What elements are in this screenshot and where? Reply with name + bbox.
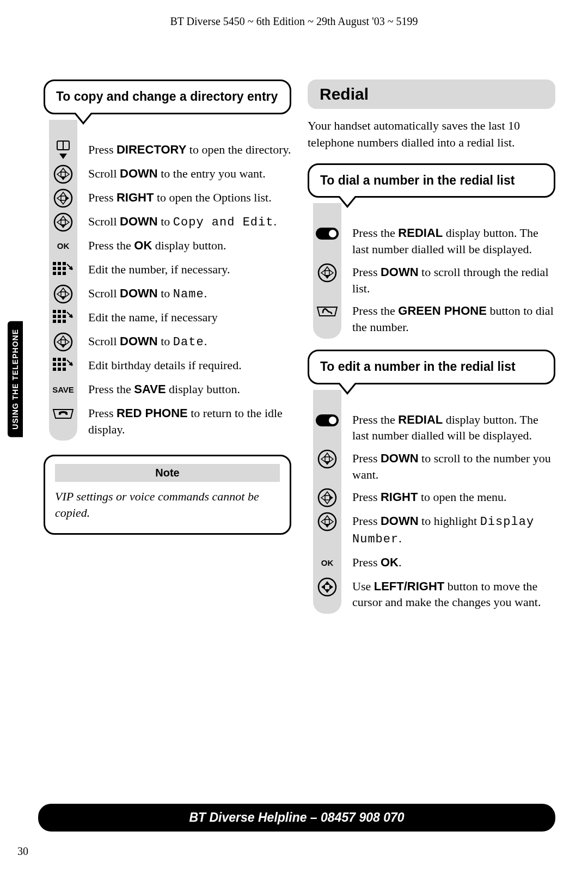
step-text: Press DOWN to scroll through the redial … bbox=[352, 264, 555, 296]
svg-rect-13 bbox=[58, 310, 61, 313]
keypad-icon bbox=[49, 355, 77, 377]
step-text: Scroll DOWN to Name. bbox=[88, 285, 291, 303]
svg-rect-25 bbox=[58, 363, 61, 366]
callout-title: To edit a number in the redial list bbox=[320, 359, 543, 375]
svg-rect-15 bbox=[53, 315, 56, 318]
svg-rect-21 bbox=[53, 358, 56, 361]
step-item: Press DOWN to highlight Display Number. bbox=[342, 510, 555, 551]
svg-rect-26 bbox=[63, 363, 66, 366]
svg-rect-19 bbox=[58, 320, 61, 323]
svg-rect-14 bbox=[63, 310, 66, 313]
nav-right-icon bbox=[313, 487, 341, 509]
svg-rect-6 bbox=[53, 267, 56, 270]
keypad-icon bbox=[49, 259, 77, 281]
green-phone-icon bbox=[313, 301, 341, 322]
book-down-icon bbox=[49, 139, 77, 161]
step-item: Press the REDIAL display button. The las… bbox=[342, 408, 555, 447]
step-text: Use LEFT/RIGHT button to move the cursor… bbox=[352, 578, 555, 610]
step-text: Press OK. bbox=[352, 554, 555, 571]
callout-title: To dial a number in the redial list bbox=[320, 173, 543, 189]
step-text: Edit the number, if necessary. bbox=[88, 261, 291, 278]
step-item: OKPress the OK display button. bbox=[78, 234, 291, 258]
step-text: Press RIGHT to open the Options list. bbox=[88, 190, 291, 206]
nav-down-icon bbox=[313, 448, 341, 470]
page-content: To copy and change a directory entry Pre… bbox=[0, 28, 588, 614]
step-item: Scroll DOWN to Name. bbox=[78, 282, 291, 306]
steps-list-right-2: Press the REDIAL display button. The las… bbox=[313, 390, 555, 614]
step-item: Press DIRECTORY to open the directory. bbox=[78, 138, 291, 162]
step-item: Use LEFT/RIGHT button to move the cursor… bbox=[342, 575, 555, 614]
step-text: Press DIRECTORY to open the directory. bbox=[88, 142, 291, 158]
step-text: Edit birthday details if required. bbox=[88, 357, 291, 374]
label-icon: SAVE bbox=[49, 379, 77, 401]
right-column: Redial Your handset automatically saves … bbox=[308, 80, 555, 614]
step-item: Press DOWN to scroll to the number you w… bbox=[342, 447, 555, 486]
redial-intro: Your handset automatically saves the las… bbox=[308, 118, 555, 151]
svg-rect-16 bbox=[58, 315, 61, 318]
note-title: Note bbox=[55, 464, 280, 482]
nav-down-icon bbox=[49, 163, 77, 185]
nav-right-icon bbox=[49, 187, 77, 209]
note-box: Note VIP settings or voice commands cann… bbox=[44, 455, 291, 534]
svg-rect-27 bbox=[53, 368, 56, 371]
step-item: SAVEPress the SAVE display button. bbox=[78, 378, 291, 402]
step-text: Press DOWN to highlight Display Number. bbox=[352, 513, 555, 547]
callout-edit-redial: To edit a number in the redial list bbox=[308, 350, 555, 384]
step-text: Press the REDIAL display button. The las… bbox=[352, 225, 555, 257]
callout-dial-redial: To dial a number in the redial list bbox=[308, 163, 555, 198]
step-item: Scroll DOWN to Date. bbox=[78, 330, 291, 354]
svg-rect-24 bbox=[53, 363, 56, 366]
section-title-redial: Redial bbox=[308, 80, 555, 109]
step-item: Edit birthday details if required. bbox=[78, 354, 291, 378]
label-icon: OK bbox=[49, 235, 77, 257]
step-item: Press the GREEN PHONE button to dial the… bbox=[342, 300, 555, 338]
left-column: To copy and change a directory entry Pre… bbox=[44, 80, 291, 614]
nav-down-icon bbox=[49, 331, 77, 353]
svg-rect-23 bbox=[63, 358, 66, 361]
nav-down-icon bbox=[49, 211, 77, 233]
step-item: Press DOWN to scroll through the redial … bbox=[342, 261, 555, 300]
keypad-icon bbox=[49, 307, 77, 329]
step-item: Edit the name, if necessary bbox=[78, 306, 291, 330]
svg-rect-12 bbox=[53, 310, 56, 313]
svg-rect-29 bbox=[63, 368, 66, 371]
callout-title: To copy and change a directory entry bbox=[56, 89, 279, 105]
svg-rect-22 bbox=[58, 358, 61, 361]
label-icon: OK bbox=[313, 552, 341, 574]
steps-list-right-1: Press the REDIAL display button. The las… bbox=[313, 203, 555, 338]
step-item: Press the REDIAL display button. The las… bbox=[342, 222, 555, 260]
step-item: Scroll DOWN to the entry you want. bbox=[78, 162, 291, 186]
svg-rect-8 bbox=[63, 267, 66, 270]
step-text: Press the OK display button. bbox=[88, 237, 291, 254]
step-text: Press the SAVE display button. bbox=[88, 381, 291, 398]
step-text: Edit the name, if necessary bbox=[88, 309, 291, 326]
page-number: 30 bbox=[17, 845, 28, 858]
step-item: Press RED PHONE to return to the idle di… bbox=[78, 402, 291, 441]
nav-down-icon bbox=[49, 283, 77, 305]
step-text: Press RED PHONE to return to the idle di… bbox=[88, 405, 291, 437]
red-phone-icon bbox=[49, 403, 77, 425]
nav-down-icon bbox=[313, 511, 341, 533]
step-text: Press the GREEN PHONE button to dial the… bbox=[352, 303, 555, 335]
step-item: Press RIGHT to open the Options list. bbox=[78, 186, 291, 210]
footer-helpline: BT Diverse Helpline – 08457 908 070 bbox=[38, 804, 555, 832]
svg-rect-20 bbox=[63, 320, 66, 323]
svg-rect-18 bbox=[53, 320, 56, 323]
redial-icon bbox=[313, 410, 341, 431]
svg-rect-10 bbox=[58, 272, 61, 275]
redial-icon bbox=[313, 223, 341, 245]
svg-rect-9 bbox=[53, 272, 56, 275]
svg-rect-5 bbox=[63, 262, 66, 265]
step-text: Scroll DOWN to Copy and Edit. bbox=[88, 213, 291, 231]
side-tab: USING THE TELEPHONE bbox=[8, 321, 23, 437]
step-text: Press RIGHT to open the menu. bbox=[352, 489, 555, 505]
step-text: Press the REDIAL display button. The las… bbox=[352, 412, 555, 444]
svg-rect-3 bbox=[53, 262, 56, 265]
step-item: Scroll DOWN to Copy and Edit. bbox=[78, 210, 291, 234]
step-item: Press RIGHT to open the menu. bbox=[342, 486, 555, 510]
step-text: Press DOWN to scroll to the number you w… bbox=[352, 450, 555, 482]
step-item: Edit the number, if necessary. bbox=[78, 258, 291, 282]
step-item: OKPress OK. bbox=[342, 551, 555, 575]
step-text: Scroll DOWN to the entry you want. bbox=[88, 166, 291, 182]
svg-rect-28 bbox=[58, 368, 61, 371]
